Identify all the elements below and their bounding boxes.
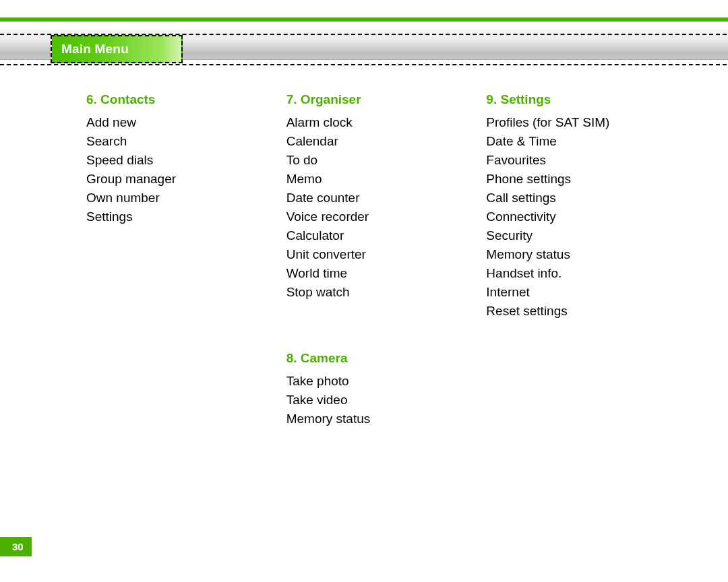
menu-item: Take photo <box>286 372 487 391</box>
menu-item: Date counter <box>286 189 487 207</box>
menu-item: Date & Time <box>486 132 686 151</box>
menu-item: Internet <box>486 283 686 302</box>
main-menu-tab-label: Main Menu <box>61 42 129 56</box>
top-accent-bar <box>0 18 728 22</box>
menu-item: Stop watch <box>286 283 487 302</box>
menu-section-title: 8. Camera <box>286 349 487 368</box>
menu-column: 9. SettingsProfiles (for SAT SIM)Date & … <box>486 90 686 476</box>
main-menu-tab-wrap: Main Menu <box>51 35 183 63</box>
menu-item: Settings <box>86 207 286 226</box>
menu-item: Security <box>486 226 686 245</box>
menu-item: Favourites <box>486 151 686 170</box>
menu-item: Speed dials <box>86 151 286 170</box>
menu-item: Memo <box>286 170 487 189</box>
menu-section: 8. CameraTake photoTake videoMemory stat… <box>286 349 487 428</box>
menu-item: Unit converter <box>286 245 487 264</box>
menu-item: Calendar <box>286 132 487 151</box>
menu-section-title: 7. Organiser <box>286 90 487 109</box>
menu-section: 9. SettingsProfiles (for SAT SIM)Date & … <box>486 90 686 321</box>
menu-column: 7. OrganiserAlarm clockCalendarTo doMemo… <box>286 90 487 476</box>
main-menu-tab: Main Menu <box>51 35 183 63</box>
menu-section: 6. ContactsAdd newSearchSpeed dialsGroup… <box>86 90 286 226</box>
menu-item: Connectivity <box>486 207 686 226</box>
menu-column: 6. ContactsAdd newSearchSpeed dialsGroup… <box>86 90 286 476</box>
menu-section-title: 6. Contacts <box>86 90 286 109</box>
page-number: 30 <box>12 541 24 552</box>
menu-item: Add new <box>86 113 286 132</box>
menu-item: Own number <box>86 189 286 207</box>
menu-item: Memory status <box>486 245 686 264</box>
menu-item: Memory status <box>286 410 487 428</box>
menu-item: Search <box>86 132 286 151</box>
page-number-badge: 30 <box>0 537 32 556</box>
menu-item: Handset info. <box>486 264 686 283</box>
menu-section-title: 9. Settings <box>486 90 686 109</box>
menu-item: To do <box>286 151 487 170</box>
menu-item: Alarm clock <box>286 113 487 132</box>
menu-item: Take video <box>286 391 487 410</box>
menu-item: Profiles (for SAT SIM) <box>486 113 686 132</box>
menu-item: Voice recorder <box>286 207 487 226</box>
menu-item: Call settings <box>486 189 686 207</box>
menu-item: Reset settings <box>486 302 686 321</box>
menu-item: Group manager <box>86 170 286 189</box>
menu-columns: 6. ContactsAdd newSearchSpeed dialsGroup… <box>86 90 686 476</box>
menu-item: Calculator <box>286 226 487 245</box>
menu-item: World time <box>286 264 487 283</box>
menu-item: Phone settings <box>486 170 686 189</box>
menu-section: 7. OrganiserAlarm clockCalendarTo doMemo… <box>286 90 487 302</box>
